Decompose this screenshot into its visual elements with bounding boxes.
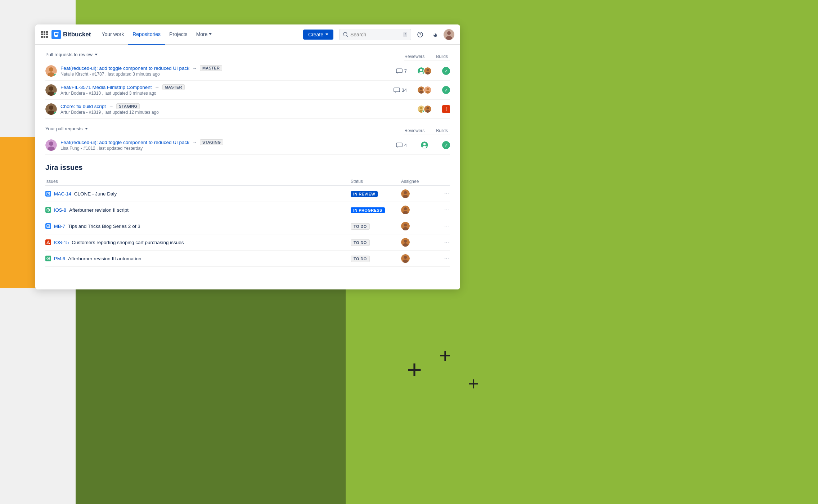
search-bar[interactable]: / xyxy=(339,29,411,40)
nav-more[interactable]: More xyxy=(192,24,216,45)
pr-author-avatar xyxy=(45,84,57,96)
issue-assignee xyxy=(401,238,437,247)
pr-branch: STAGING xyxy=(200,139,223,145)
reviewer-avatar xyxy=(420,141,429,149)
issue-key[interactable]: MAC-14 xyxy=(54,191,71,197)
main-content: Pull requests to review Reviewers Builds xyxy=(35,45,460,289)
issues-col-headers: Issues Status Assignee xyxy=(45,177,450,186)
search-input[interactable] xyxy=(350,32,401,37)
pr-subtitle: Lisa Fung - #1812 , last updated Yesterd… xyxy=(60,146,392,151)
pr-comments: 7 xyxy=(396,68,407,74)
assignee-avatar xyxy=(401,254,410,263)
issue-title: Tips and Tricks Blog Series 2 of 3 xyxy=(68,224,140,229)
create-button[interactable]: Create xyxy=(303,30,333,40)
nav-your-work[interactable]: Your work xyxy=(97,24,128,45)
bg-green-bottom xyxy=(76,270,346,504)
svg-point-58 xyxy=(404,240,407,243)
issue-type-task-icon xyxy=(45,191,51,197)
pr-row: Feat/FIL-3571 Media Filmstrip Component … xyxy=(45,81,450,100)
issue-type-story-icon xyxy=(45,256,51,261)
issue-info: MB-7 Tips and Tricks Blog Series 2 of 3 xyxy=(45,223,351,229)
pr-meta: ! xyxy=(400,105,450,113)
issue-more-menu[interactable]: ··· xyxy=(437,190,450,197)
pr-meta: 34 ✓ xyxy=(394,86,450,94)
issue-row: PM-6 Afterburner revision III automation… xyxy=(45,251,450,267)
online-status-dot xyxy=(54,73,57,76)
issue-key[interactable]: IOS-8 xyxy=(54,207,66,213)
nav-links: Your work Repositories Projects More xyxy=(97,24,303,45)
issue-info: MAC-14 CLONE - June Daly xyxy=(45,191,351,197)
assignee-avatar xyxy=(401,189,410,198)
pr-review-col-headers: Reviewers Builds xyxy=(404,53,450,61)
issue-status: TO DO xyxy=(351,255,401,262)
issues-table: Issues Status Assignee MAC-14 CLONE - Ju… xyxy=(45,177,450,267)
issue-status: TO DO xyxy=(351,239,401,246)
issue-key[interactable]: MB-7 xyxy=(54,224,65,229)
nav-repositories[interactable]: Repositories xyxy=(128,24,165,45)
your-pr-chevron-icon xyxy=(85,128,88,130)
status-badge: TO DO xyxy=(351,256,370,262)
pr-title[interactable]: Feat(reduced-ui): add toggle component t… xyxy=(60,140,189,145)
pr-review-header[interactable]: Pull requests to review xyxy=(45,52,98,57)
issue-more-menu[interactable]: ··· xyxy=(437,239,450,246)
jira-section-title: Jira issues xyxy=(45,163,450,172)
nav-projects[interactable]: Projects xyxy=(165,24,192,45)
issue-type-bug-icon xyxy=(45,239,51,245)
issue-info: PM-6 Afterburner revision III automation xyxy=(45,256,351,261)
pr-branch: STAGING xyxy=(116,103,140,109)
navbar: Bitbucket Your work Repositories Project… xyxy=(35,24,460,45)
pr-author-avatar xyxy=(45,103,57,115)
svg-point-3 xyxy=(447,31,451,35)
pr-reviewers xyxy=(414,86,435,94)
issue-row: IOS-8 Afterburner revision II script IN … xyxy=(45,202,450,218)
issue-assignee xyxy=(401,206,437,214)
user-avatar[interactable] xyxy=(444,29,454,40)
build-status-icon: ✓ xyxy=(442,86,450,94)
comment-icon xyxy=(396,68,403,74)
issue-assignee xyxy=(401,254,437,263)
pr-subtitle: Artur Bodera - #1810 , last updated 3 mi… xyxy=(60,91,390,96)
svg-point-6 xyxy=(49,67,53,72)
pull-requests-to-review-section: Pull requests to review Reviewers Builds xyxy=(45,52,450,119)
your-pr-header[interactable]: Your pull requests xyxy=(45,126,88,131)
issue-assignee xyxy=(401,189,437,198)
issue-key[interactable]: PM-6 xyxy=(54,256,65,261)
pr-info: Feat(reduced-ui): add toggle component t… xyxy=(60,139,392,151)
issue-row: MAC-14 CLONE - June Daly IN REVIEW ··· xyxy=(45,186,450,202)
assignee-avatar xyxy=(401,222,410,230)
pr-author-avatar xyxy=(45,65,57,77)
pr-title[interactable]: Feat(reduced-ui): add toggle component t… xyxy=(60,66,189,71)
help-button[interactable]: ? xyxy=(415,29,426,40)
svg-point-61 xyxy=(48,258,49,259)
pr-branch: MASTER xyxy=(162,84,185,90)
build-status-icon: ✓ xyxy=(442,67,450,75)
nav-logo[interactable]: Bitbucket xyxy=(51,30,91,39)
svg-point-33 xyxy=(427,107,429,109)
pr-info: Feat/FIL-3571 Media Filmstrip Component … xyxy=(60,84,390,96)
pr-review-chevron-icon xyxy=(95,54,98,55)
settings-button[interactable] xyxy=(429,29,440,40)
status-badge: IN PROGRESS xyxy=(351,207,385,213)
issue-row: MB-7 Tips and Tricks Blog Series 2 of 3 … xyxy=(45,218,450,234)
issue-more-menu[interactable]: ··· xyxy=(437,223,450,229)
issue-title: Customers reporting shoping cart purchas… xyxy=(72,240,184,245)
decoration-plus-5: + xyxy=(468,374,479,393)
svg-point-63 xyxy=(404,256,407,259)
status-badge: IN REVIEW xyxy=(351,191,378,197)
grid-icon[interactable] xyxy=(41,31,48,38)
online-status-dot xyxy=(54,112,57,114)
pr-reviewers xyxy=(414,67,435,75)
issue-key[interactable]: IOS-15 xyxy=(54,240,69,245)
svg-point-30 xyxy=(420,107,423,109)
pr-title[interactable]: Feat/FIL-3571 Media Filmstrip Component xyxy=(60,85,152,90)
issue-more-menu[interactable]: ··· xyxy=(437,255,450,262)
svg-point-53 xyxy=(404,224,407,226)
pr-info: Feat(reduced-ui): add toggle component t… xyxy=(60,65,392,77)
issue-status: IN PROGRESS xyxy=(351,207,401,213)
issue-type-story-icon xyxy=(45,207,51,213)
pr-title[interactable]: Chore: fix build script xyxy=(60,104,106,109)
decoration-plus-4: + xyxy=(439,346,451,366)
issue-type-task-icon xyxy=(45,223,51,229)
bitbucket-logo-text: Bitbucket xyxy=(63,31,91,38)
issue-more-menu[interactable]: ··· xyxy=(437,207,450,213)
